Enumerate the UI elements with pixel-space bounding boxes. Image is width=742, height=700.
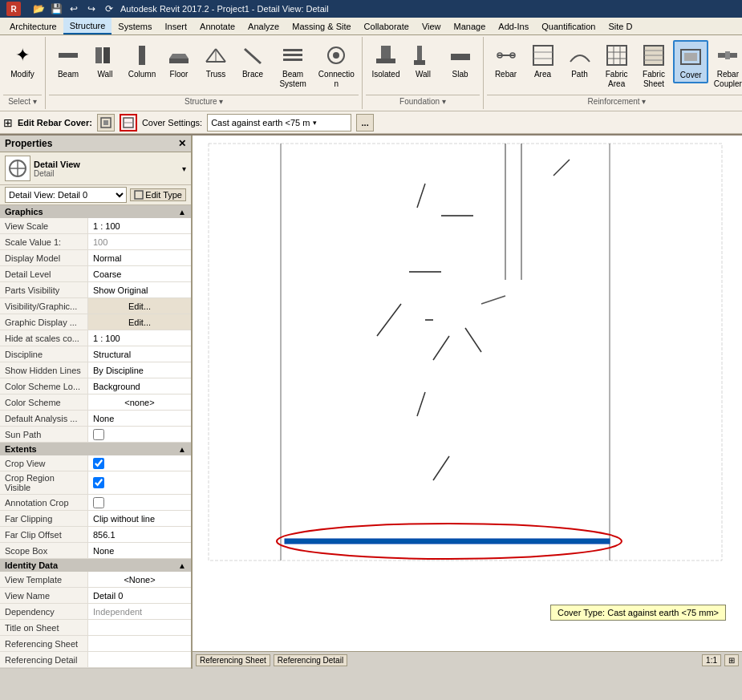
extents-section-header[interactable]: Extents ▲ xyxy=(0,443,191,455)
sun-path-checkbox[interactable] xyxy=(93,429,104,440)
hide-at-scales-value[interactable]: 1 : 100 xyxy=(88,330,191,346)
graphic-display-edit-btn[interactable]: Edit... xyxy=(88,314,191,330)
view-template-value[interactable]: <None> xyxy=(88,572,191,587)
ribbon-btn-beam-system[interactable]: Beam System xyxy=(272,40,314,91)
far-clip-offset-value[interactable]: 856.1 xyxy=(88,527,191,542)
ribbon-btn-fabric-area[interactable]: Fabric Area xyxy=(599,40,635,91)
menu-systems[interactable]: Systems xyxy=(112,18,158,34)
ribbon-btn-truss[interactable]: Truss xyxy=(198,40,233,82)
zoom-btn[interactable]: 1:1 xyxy=(702,654,721,666)
detail-level-value[interactable]: Coarse xyxy=(88,266,191,281)
referencing-detail-label: Referencing Detail xyxy=(0,652,88,667)
ribbon-btn-modify[interactable]: ✦ Modify xyxy=(5,40,40,82)
far-clipping-value[interactable]: Clip without line xyxy=(88,511,191,526)
sync-btn[interactable]: ⟳ xyxy=(101,1,117,17)
extents-collapse-arrow: ▲ xyxy=(178,445,186,454)
crop-region-checkbox[interactable] xyxy=(93,477,104,488)
ribbon-btn-column[interactable]: Column xyxy=(124,40,160,82)
svg-rect-11 xyxy=(283,49,302,51)
ribbon-btn-area[interactable]: Area xyxy=(525,40,561,82)
ribbon-btn-wall-found[interactable]: Wall xyxy=(406,40,441,82)
scope-box-value[interactable]: None xyxy=(88,543,191,558)
ribbon-btn-rebar-coupler[interactable]: Rebar Coupler xyxy=(710,40,742,91)
menu-view[interactable]: View xyxy=(416,18,448,34)
ribbon-btn-fabric-sheet[interactable]: Fabric Sheet xyxy=(636,40,671,91)
svg-rect-2 xyxy=(103,47,110,63)
menu-structure[interactable]: Structure xyxy=(63,18,112,34)
view-name-value[interactable]: Detail 0 xyxy=(88,588,191,603)
menu-insert[interactable]: Insert xyxy=(159,18,194,34)
beam-system-icon xyxy=(280,42,306,68)
menu-architecture[interactable]: Architecture xyxy=(3,18,63,34)
show-hidden-lines-label: Show Hidden Lines xyxy=(0,362,88,378)
save-btn[interactable]: 💾 xyxy=(48,1,64,17)
view-detail-select[interactable]: Detail View: Detail 0 xyxy=(5,187,127,203)
discipline-value[interactable]: Structural xyxy=(88,346,191,362)
ribbon-btn-wall[interactable]: Wall xyxy=(87,40,123,82)
isolated-label: Isolated xyxy=(371,70,399,79)
cover-settings-dropdown[interactable]: Cast against earth <75 m ▾ xyxy=(207,114,351,132)
menu-addins[interactable]: Add-Ins xyxy=(492,18,535,34)
open-btn[interactable]: 📂 xyxy=(30,1,47,17)
parts-visibility-value[interactable]: Show Original xyxy=(88,282,191,297)
area-icon xyxy=(530,42,556,68)
main-area: Properties ✕ Detail View Detail ▾ Detail… xyxy=(0,136,742,669)
svg-rect-17 xyxy=(376,59,395,63)
referencing-sheet-btn[interactable]: Referencing Sheet xyxy=(196,654,270,666)
ribbon-btn-brace[interactable]: Brace xyxy=(235,40,270,82)
crop-view-value[interactable] xyxy=(88,455,191,471)
redo-btn[interactable]: ↪ xyxy=(83,1,99,17)
ribbon-btn-isolated[interactable]: Isolated xyxy=(367,40,403,82)
svg-rect-12 xyxy=(283,54,302,56)
prop-default-analysis: Default Analysis ... None xyxy=(0,411,191,427)
ribbon-btn-rebar[interactable]: Rebar xyxy=(489,40,524,82)
menu-massing[interactable]: Massing & Site xyxy=(286,18,357,34)
display-model-value[interactable]: Normal xyxy=(88,250,191,265)
phasing-section-header[interactable]: Phasing ▲ xyxy=(0,668,191,669)
sun-path-value[interactable] xyxy=(88,427,191,442)
ribbon-btn-beam[interactable]: Beam xyxy=(51,40,86,82)
visibility-graphic-edit-btn[interactable]: Edit... xyxy=(88,298,191,314)
canvas-area[interactable]: Cover Type: Cast against earth <75 mm> R… xyxy=(193,136,742,669)
ribbon-btn-slab[interactable]: Slab xyxy=(443,40,478,82)
cover-icon-btn2[interactable] xyxy=(120,114,137,132)
ribbon-btn-cover[interactable]: Cover xyxy=(673,40,708,83)
properties-close-btn[interactable]: ✕ xyxy=(178,138,186,149)
view-scale-value[interactable]: 1 : 100 xyxy=(88,218,191,233)
crop-region-value[interactable] xyxy=(88,471,191,494)
cover-ellipsis-btn[interactable]: ... xyxy=(356,114,374,132)
menu-analyze[interactable]: Analyze xyxy=(241,18,286,34)
view-controls-btn[interactable]: ⊞ xyxy=(724,654,739,666)
ribbon-btn-floor[interactable]: Floor xyxy=(161,40,197,82)
menu-quantification[interactable]: Quantification xyxy=(535,18,602,34)
show-hidden-lines-value[interactable]: By Discipline xyxy=(88,362,191,378)
ribbon-btn-connection[interactable]: Connection xyxy=(315,40,357,91)
referencing-detail-btn[interactable]: Referencing Detail xyxy=(274,654,347,666)
identity-section-label: Identity Data xyxy=(5,560,58,570)
menu-manage[interactable]: Manage xyxy=(448,18,493,34)
view-type-selector[interactable]: Detail View Detail ▾ xyxy=(0,152,191,185)
edit-type-button[interactable]: Edit Type xyxy=(130,188,186,201)
rebar-label: Rebar xyxy=(495,70,517,79)
color-scheme-value[interactable]: <none> xyxy=(88,395,191,410)
graphics-section-header[interactable]: Graphics ▲ xyxy=(0,205,191,218)
ribbon-btn-path[interactable]: Path xyxy=(562,40,598,82)
cover-icon-btn1[interactable] xyxy=(97,114,115,132)
annotation-crop-checkbox[interactable] xyxy=(93,497,104,508)
identity-section-header[interactable]: Identity Data ▲ xyxy=(0,559,191,572)
view-name-label: View Name xyxy=(0,588,88,603)
undo-btn[interactable]: ↩ xyxy=(66,1,82,17)
menu-site[interactable]: Site D xyxy=(602,18,639,34)
titlebar: R 📂 💾 ↩ ↪ ⟳ Autodesk Revit 2017.2 - Proj… xyxy=(0,0,742,18)
annotation-crop-value[interactable] xyxy=(88,495,191,510)
svg-rect-27 xyxy=(607,46,626,65)
menu-annotate[interactable]: Annotate xyxy=(193,18,241,34)
menu-collaborate[interactable]: Collaborate xyxy=(358,18,416,34)
svg-rect-24 xyxy=(533,46,553,65)
color-scheme-loc-value[interactable]: Background xyxy=(88,378,191,394)
default-analysis-value[interactable]: None xyxy=(88,411,191,426)
prop-color-scheme: Color Scheme <none> xyxy=(0,395,191,411)
annotation-crop-label: Annotation Crop xyxy=(0,495,88,510)
prop-sun-path: Sun Path xyxy=(0,427,191,443)
crop-view-checkbox[interactable] xyxy=(93,458,104,469)
